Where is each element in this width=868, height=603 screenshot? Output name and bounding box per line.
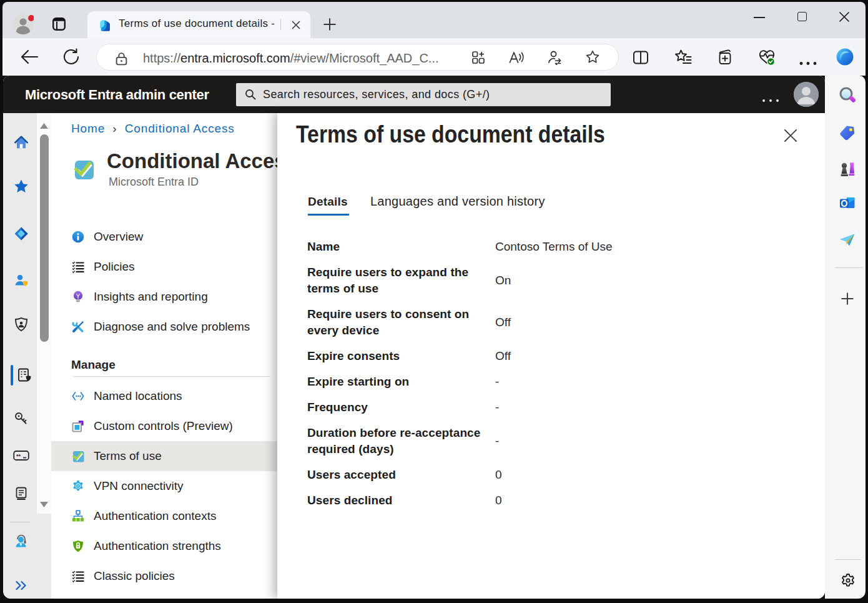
svg-text:**: **: [16, 453, 21, 459]
